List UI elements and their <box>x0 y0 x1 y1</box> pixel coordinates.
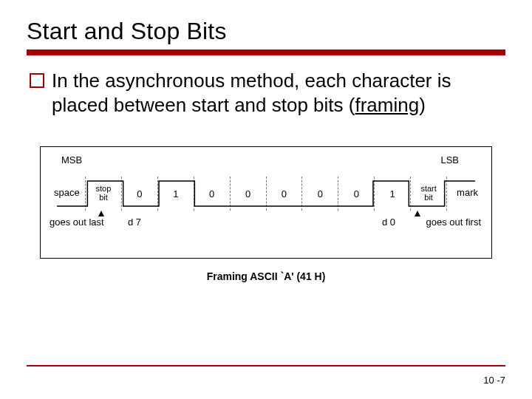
title-rule <box>27 50 505 55</box>
label-space: space <box>54 187 80 198</box>
bit-strip: space mark stop bit 0 1 0 0 0 0 0 1 star… <box>57 177 475 211</box>
arrow-up-icon <box>415 211 420 216</box>
hollow-square-bullet-icon <box>30 73 44 88</box>
page-number: 10 -7 <box>483 375 505 386</box>
diagram-caption: Framing ASCII `A' (41 H) <box>27 270 505 282</box>
bit-cell-d3: 0 <box>266 177 302 211</box>
bit-cell-d0: 1 <box>374 177 410 211</box>
label-goes-out-first: goes out first <box>426 216 481 228</box>
bit-cell-d2: 0 <box>301 177 338 211</box>
body-text: In the asynchronous method, each charact… <box>52 69 505 117</box>
body-row: In the asynchronous method, each charact… <box>27 69 505 117</box>
label-d0: d 0 <box>382 216 395 228</box>
body-text-suffix: ) <box>419 94 426 116</box>
slide: Start and Stop Bits In the asynchronous … <box>0 0 532 399</box>
bit-cell-d7: 0 <box>121 177 157 211</box>
label-lsb: LSB <box>440 154 459 166</box>
bullet-col <box>27 69 52 117</box>
bit-cell-d1: 0 <box>338 177 374 211</box>
label-goes-out-last: goes out last <box>50 216 104 228</box>
slide-title: Start and Stop Bits <box>27 18 505 45</box>
bit-cells: stop bit 0 1 0 0 0 0 0 1 start bit <box>85 177 447 211</box>
bit-cell-d6: 1 <box>157 177 194 211</box>
arrow-up-icon <box>98 211 104 216</box>
label-mark: mark <box>457 187 478 198</box>
label-msb: MSB <box>61 154 82 166</box>
framing-diagram: MSB LSB space mark stop bit 0 1 0 0 0 0 … <box>40 146 492 259</box>
start-bit-cell: start bit <box>410 177 447 211</box>
stop-bit-cell: stop bit <box>85 177 121 211</box>
body-text-underlined: framing <box>355 94 419 116</box>
label-d7: d 7 <box>128 216 141 228</box>
footer-rule <box>27 365 505 366</box>
bit-cell-d5: 0 <box>194 177 230 211</box>
bit-cell-d4: 0 <box>230 177 266 211</box>
